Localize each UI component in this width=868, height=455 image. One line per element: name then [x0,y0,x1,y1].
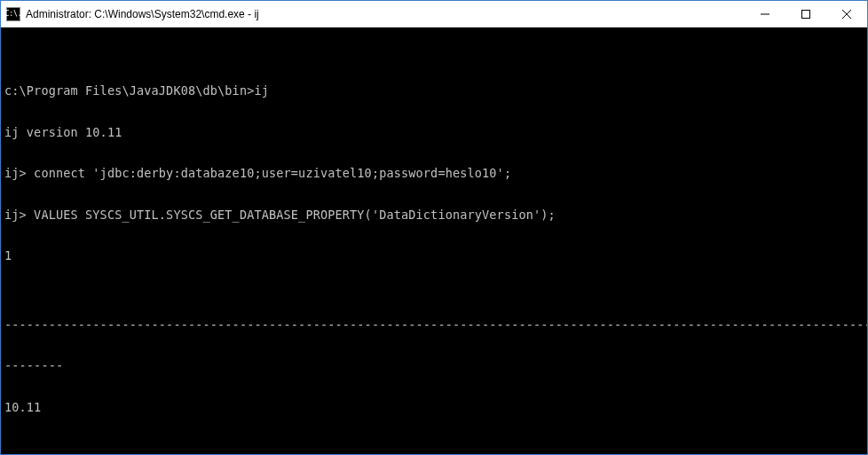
terminal-line: 10.11 [4,401,864,415]
terminal-line: 1 [4,249,864,263]
terminal-line: -------- [4,359,864,373]
maximize-icon [801,10,810,19]
terminal-output[interactable]: c:\Program Files\JavaJDK08\db\bin>ij ij … [1,27,867,454]
window-controls [745,1,867,27]
close-button[interactable] [826,1,867,27]
maximize-button[interactable] [785,1,826,27]
cmd-icon: C:\. [6,7,20,21]
minimize-icon [761,10,769,19]
titlebar: C:\. Administrator: C:\Windows\System32\… [1,1,867,27]
terminal-line: ij> connect 'jdbc:derby:databaze10;user=… [4,167,864,181]
terminal-line: c:\Program Files\JavaJDK08\db\bin>ij [4,84,864,98]
close-icon [842,10,851,19]
svg-rect-1 [802,10,810,18]
terminal-line: ----------------------------------------… [4,318,864,333]
minimize-button[interactable] [745,1,785,27]
terminal-line: ij> VALUES SYSCS_UTIL.SYSCS_GET_DATABASE… [4,208,864,223]
window-title: Administrator: C:\Windows\System32\cmd.e… [26,8,745,20]
terminal-line: ij version 10.11 [4,126,864,140]
